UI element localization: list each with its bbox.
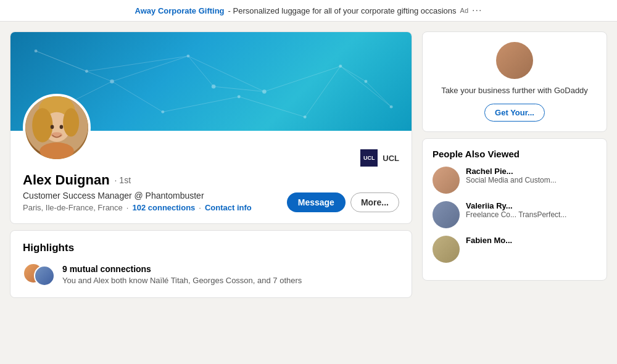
profile-card: UCL UCL Message More... Alex Duignan · 1…	[10, 31, 412, 224]
highlights-title: Highlights	[23, 242, 399, 254]
svg-point-27	[212, 85, 216, 89]
svg-line-3	[264, 66, 340, 91]
svg-point-24	[238, 95, 241, 98]
pav-info-2: Valeriia Ry... Freelance Co... TransPerf…	[466, 201, 566, 220]
svg-point-33	[63, 108, 79, 136]
ucl-icon: UCL	[360, 149, 378, 167]
connections-link[interactable]: 102 connections	[132, 203, 195, 212]
education-row: UCL UCL	[360, 149, 399, 167]
left-column: UCL UCL Message More... Alex Duignan · 1…	[10, 31, 412, 352]
highlights-card: Highlights 9 mutual connections You and …	[10, 230, 412, 298]
ucl-label[interactable]: UCL	[383, 154, 399, 163]
profile-location: Paris, Ile-de-France, France	[23, 203, 123, 212]
svg-line-15	[366, 81, 391, 107]
pav-name-2[interactable]: Valeriia Ry...	[466, 201, 566, 210]
svg-line-6	[163, 97, 239, 112]
svg-point-35	[51, 125, 54, 129]
svg-point-18	[187, 54, 190, 57]
svg-point-21	[390, 105, 393, 109]
ad-description: Take your business further with GoDaddy	[441, 85, 588, 96]
degree-badge: · 1st	[115, 175, 131, 185]
svg-point-28	[364, 80, 367, 83]
pav-avatar-3	[433, 236, 460, 263]
svg-point-25	[304, 115, 307, 118]
mutual-connections-row: 9 mutual connections You and Alex both k…	[23, 263, 399, 286]
mutual-count: 9 mutual connections	[62, 264, 302, 274]
pav-item-1[interactable]: Rachel Pie... Social Media and Custom...	[433, 167, 597, 194]
pav-item-2[interactable]: Valeriia Ry... Freelance Co... TransPerf…	[433, 201, 597, 228]
svg-point-23	[161, 110, 164, 114]
pav-info-1: Rachel Pie... Social Media and Custom...	[466, 167, 557, 186]
svg-line-11	[188, 56, 213, 86]
svg-line-5	[112, 81, 163, 112]
svg-line-4	[341, 66, 391, 107]
avatar-svg	[25, 96, 88, 159]
mutual-text: 9 mutual connections You and Alex both k…	[62, 264, 302, 285]
svg-point-22	[85, 70, 88, 73]
svg-line-9	[36, 51, 86, 72]
message-button[interactable]: Message	[287, 192, 346, 212]
more-button[interactable]: More...	[350, 192, 399, 212]
mutual-avatar-2	[34, 265, 55, 286]
svg-line-13	[305, 66, 341, 117]
separator-dot-1: ·	[126, 203, 129, 212]
svg-point-17	[110, 80, 114, 84]
svg-point-36	[60, 125, 64, 129]
pav-avatar-2	[433, 201, 460, 228]
svg-line-1	[112, 56, 188, 81]
get-button[interactable]: Get Your...	[484, 104, 545, 122]
pav-name-3[interactable]: Fabien Mo...	[466, 236, 512, 245]
pav-role-1: Social Media and Custom...	[466, 176, 557, 186]
avatar	[23, 94, 91, 162]
separator-dot-2: ·	[199, 203, 201, 212]
svg-line-12	[213, 86, 264, 91]
svg-line-2	[188, 56, 264, 92]
right-column: Take your business further with GoDaddy …	[422, 31, 607, 352]
ad-bar: Away Corporate Gifting - Personalized lu…	[0, 0, 617, 22]
ad-label: Ad	[460, 7, 468, 14]
svg-line-14	[341, 66, 366, 81]
people-also-viewed-title: People Also Viewed	[433, 149, 597, 159]
svg-point-37	[39, 143, 74, 159]
ad-avatar	[496, 42, 533, 79]
mutual-avatars-stack	[23, 263, 55, 286]
svg-point-20	[339, 65, 342, 68]
mutual-description: You and Alex both know Naïlé Titah, Geor…	[62, 276, 302, 285]
pav-item-3[interactable]: Fabien Mo...	[433, 236, 597, 263]
name-row: Alex Duignan · 1st	[23, 172, 399, 188]
ad-more-button[interactable]: ···	[472, 5, 482, 16]
svg-point-32	[32, 108, 52, 143]
ad-brand-link[interactable]: Away Corporate Gifting	[135, 6, 225, 15]
profile-name: Alex Duignan	[23, 172, 110, 188]
svg-point-16	[35, 49, 38, 52]
pav-info-3: Fabien Mo...	[466, 236, 512, 245]
svg-point-19	[262, 89, 267, 94]
pav-avatar-1	[433, 167, 460, 194]
profile-info-section: UCL UCL Message More... Alex Duignan · 1…	[10, 131, 412, 223]
pav-name-1[interactable]: Rachel Pie...	[466, 167, 557, 176]
svg-line-7	[239, 97, 305, 117]
action-buttons: Message More...	[287, 192, 399, 212]
main-layout: UCL UCL Message More... Alex Duignan · 1…	[0, 22, 617, 362]
ad-text: - Personalized luggage for all of your c…	[228, 6, 457, 15]
people-also-viewed-card: People Also Viewed Rachel Pie... Social …	[422, 138, 607, 281]
svg-line-10	[86, 56, 188, 72]
pav-role-2: Freelance Co... TransPerfect...	[466, 210, 566, 220]
ad-card: Take your business further with GoDaddy …	[422, 31, 607, 132]
contact-info-link[interactable]: Contact info	[205, 203, 252, 212]
avatar-image	[25, 96, 88, 159]
